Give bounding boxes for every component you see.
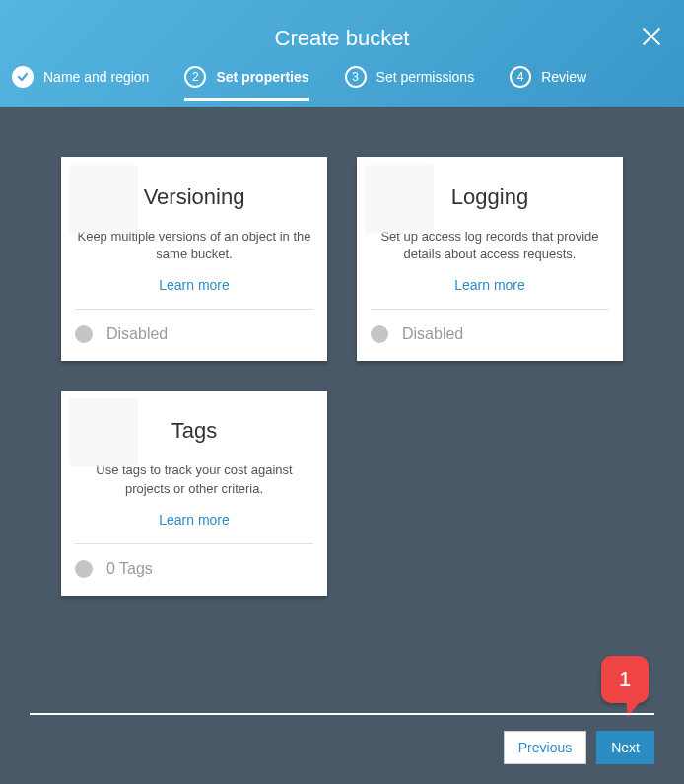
close-icon[interactable] [639,24,664,49]
check-icon [12,66,34,88]
status-dot-icon [371,325,388,343]
callout-number: 1 [619,667,631,692]
annotation-callout: 1 [601,656,649,703]
properties-content: Versioning Keep multiple versions of an … [0,107,684,615]
card-title: Tags [71,418,317,444]
learn-more-link[interactable]: Learn more [357,269,623,309]
card-head: Logging [357,157,623,220]
step-set-permissions[interactable]: 3 Set permissions [345,66,475,98]
step-number-icon: 4 [510,66,531,88]
logging-card[interactable]: Logging Set up access log records that p… [357,157,623,361]
status-text: Disabled [402,325,463,343]
versioning-card[interactable]: Versioning Keep multiple versions of an … [61,157,327,361]
card-status: Disabled [75,309,313,361]
card-head: Versioning [61,157,327,220]
footer-divider [30,713,654,715]
next-button[interactable]: Next [596,731,654,764]
step-label: Set permissions [376,69,475,85]
wizard-header: Create bucket Name and region 2 Set prop… [0,0,684,107]
wizard-footer: Previous Next [30,713,654,764]
previous-button[interactable]: Previous [504,731,586,764]
card-title: Versioning [71,184,317,210]
step-number-icon: 3 [345,66,367,88]
card-head: Tags [61,391,327,454]
footer-buttons: Previous Next [30,731,654,764]
status-text: Disabled [106,325,168,343]
header-divider [0,107,684,107]
card-status: 0 Tags [75,543,313,596]
step-set-properties[interactable]: 2 Set properties [184,66,308,101]
step-label: Set properties [216,69,308,85]
header-bg-pattern [10,8,128,107]
tags-card[interactable]: Tags Use tags to track your cost against… [61,391,327,595]
learn-more-link[interactable]: Learn more [61,504,327,543]
status-text: 0 Tags [106,560,153,578]
card-status: Disabled [371,309,609,361]
step-review[interactable]: 4 Review [510,66,586,98]
step-label: Review [541,69,586,85]
status-dot-icon [75,560,93,578]
status-dot-icon [75,325,93,343]
card-title: Logging [367,184,613,210]
learn-more-link[interactable]: Learn more [61,269,327,309]
step-number-icon: 2 [184,66,206,88]
